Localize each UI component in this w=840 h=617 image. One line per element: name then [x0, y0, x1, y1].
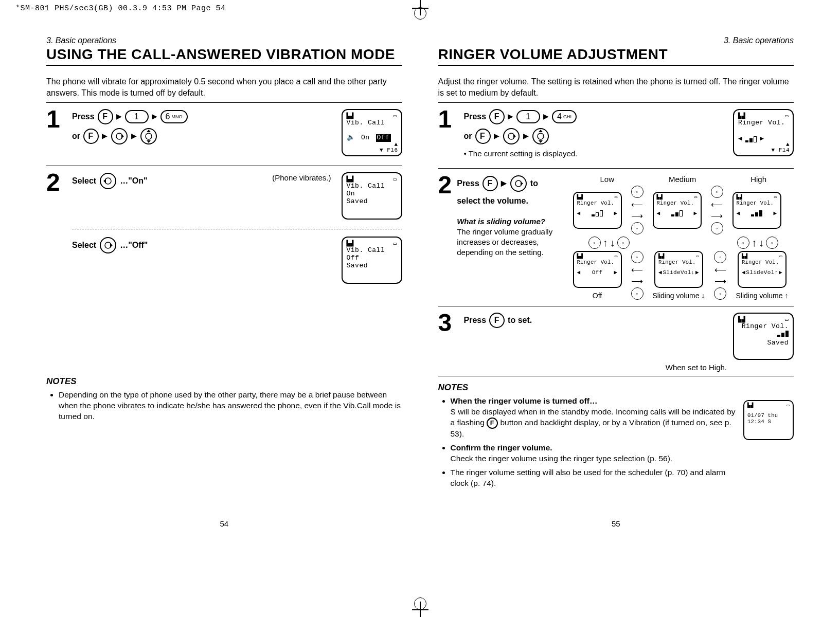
screen-line: Ringer Vol. [658, 259, 699, 265]
note-item: When the ringer volume is turned off… S … [451, 396, 738, 440]
left-step-1: 1 Press F ▶ 1 ▶ 6MNO or F ▶ [46, 109, 402, 156]
step-number: 2 [46, 172, 67, 193]
note-item: The ringer volume setting will also be u… [451, 467, 738, 489]
screen-vol-low: ▙▟▭ Ringer Vol. ◀▶ [573, 192, 622, 229]
svg-point-3 [146, 133, 152, 139]
arrow-icon: ▶ [102, 131, 108, 141]
when-set-high: When set to High. [438, 363, 727, 372]
key-nav-right [503, 128, 520, 145]
key-6-mno: 6MNO [160, 110, 188, 123]
battery-icon: ▭ [393, 113, 397, 119]
right-arrow-icon: ⟶ [711, 211, 723, 221]
key-1: 1 [516, 110, 540, 123]
key-nav-left [99, 172, 117, 190]
svg-point-0 [112, 129, 127, 144]
up-arrow-icon: ↑ [603, 237, 608, 249]
screen-slidevol-down: ▙▟▭ Ringer Vol. ◀SlideVol↓▶ [654, 251, 703, 288]
arrow-icon: ▶ [116, 112, 122, 122]
vol-label-medium: Medium [669, 175, 696, 184]
key-nav-right [510, 175, 527, 192]
select-volume-text: select the volume. [457, 195, 570, 207]
down-arrow-icon: ↓ [759, 237, 764, 249]
screen-fn-code: F14 [779, 147, 790, 153]
section-label-left: 3. Basic operations [46, 36, 402, 45]
screen-slide-down: SlideVol↓ [663, 269, 694, 276]
caption-off: Off [593, 292, 602, 300]
select-label: Select [72, 175, 96, 187]
signal-icon: ▙▟ [747, 403, 753, 408]
notes-list-right: When the ringer volume is turned off… S … [438, 396, 738, 488]
arrow-icon: ▶ [152, 112, 157, 122]
vol-label-low: Low [600, 175, 614, 184]
svg-point-6 [100, 238, 116, 253]
arrow-icon: ▶ [494, 131, 499, 141]
key-nav-up-down [532, 128, 549, 145]
screen-off-option-selected: Off [376, 134, 391, 142]
step-number: 1 [46, 109, 67, 130]
screen-line: Saved [738, 339, 789, 347]
key-nav-up-down [140, 128, 157, 145]
screen-line: Off [347, 255, 397, 262]
screen-line: Vib. Call [347, 183, 397, 190]
to-set-text: to set. [508, 315, 532, 326]
left-arrow-icon: ⟵ [631, 265, 643, 275]
key-f: F [482, 176, 498, 191]
to-label: to [530, 178, 538, 189]
nav-icon: ◦ [588, 237, 601, 249]
note-head: When the ringer volume is turned off… [451, 396, 598, 405]
phone-vibrates-note: (Phone vibrates.) [272, 172, 331, 183]
section-label-right: 3. Basic operations [438, 36, 794, 45]
or-label: or [72, 131, 80, 142]
step-number: 2 [438, 175, 452, 196]
left-arrow-icon: ⟵ [631, 199, 643, 209]
or-label: or [464, 131, 472, 142]
nav-icon: ◦ [617, 237, 630, 249]
print-header: *SM-801 PHS/sec3(GB) 00.3.9 4:53 PM Page… [15, 4, 226, 13]
note-item: Depending on the type of phone used by t… [59, 390, 402, 422]
key-f-inline: F [487, 418, 498, 429]
page-title-left: USING THE CALL-ANSWERED VIBRATION MODE [46, 46, 402, 66]
notes-heading: NOTES [46, 376, 402, 387]
current-setting-note: • The current setting is displayed. [464, 148, 728, 159]
right-step-3: 3 Press F to set. ▙▟▭ Ringer Vol. Saved [438, 313, 794, 360]
vol-label-high: High [750, 175, 766, 184]
phone-screen-ringer-saved: ▙▟▭ Ringer Vol. Saved [733, 313, 794, 360]
phone-screen-vib-on-saved: ▙▟▭ Vib. Call On Saved [342, 172, 402, 220]
screen-line: Ringer Vol. [737, 200, 777, 206]
volume-diagram: Low Medium High ▙▟▭ Ringer Vol. ◀▶ ◦ [573, 175, 794, 300]
screen-line: Ringer Vol. [577, 200, 618, 206]
arrow-icon: ▶ [131, 131, 137, 141]
select-label: Select [72, 240, 96, 251]
nav-icon: ◦ [766, 237, 778, 249]
arrow-icon: ▶ [501, 178, 507, 189]
key-f: F [83, 129, 99, 144]
nav-icon: ◦ [631, 222, 644, 234]
down-arrow-icon: ↓ [610, 237, 615, 249]
caption-slide-up: Sliding volume ↑ [736, 292, 788, 300]
nav-icon: ◦ [631, 186, 644, 198]
screen-fn-code: F16 [387, 147, 398, 153]
screen-line: Saved [347, 198, 397, 206]
screen-vol-off: ▙▟▭ Ringer Vol. ◀Off▶ [573, 251, 622, 288]
caption-slide-down: Sliding volume ↓ [653, 292, 705, 300]
svg-point-8 [504, 129, 519, 144]
arrow-icon: ▶ [543, 112, 549, 122]
page-number-55: 55 [612, 519, 620, 528]
off-text: …"Off" [120, 240, 148, 251]
nav-icon: ◦ [714, 287, 726, 300]
screen-line: Vib. Call [347, 247, 397, 255]
step-number: 1 [438, 109, 459, 130]
note-body: Check the ringer volume using the ringer… [451, 454, 673, 463]
screen-off-text: Off [592, 269, 603, 276]
screen-vol-medium: ▙▟▭ Ringer Vol. ◀▶ [653, 192, 702, 229]
nav-icon: ◦ [631, 287, 644, 300]
notes-list-left: Depending on the type of phone used by t… [46, 390, 402, 422]
on-text: …"On" [120, 175, 147, 187]
svg-point-12 [511, 176, 526, 191]
phone-screen-vib-select: ▙▟▭ Vib. Call 🔈 On Off ▲▼ F16 [342, 109, 402, 156]
screen-line: Saved [347, 262, 397, 270]
arrow-icon: ▶ [523, 131, 529, 141]
left-arrow-icon: ⟵ [714, 265, 726, 275]
key-f: F [98, 109, 113, 124]
left-page: 3. Basic operations USING THE CALL-ANSWE… [46, 36, 402, 492]
